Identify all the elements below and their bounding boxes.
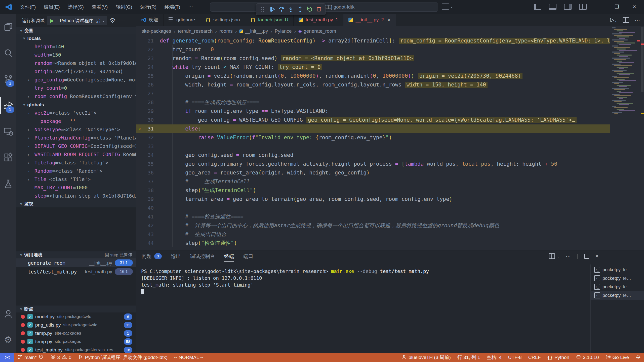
restart-icon[interactable] xyxy=(306,6,313,13)
variable-row[interactable]: ›Random = <class 'Random'> xyxy=(16,167,136,175)
debug-gear-icon[interactable]: ⚙ xyxy=(110,17,115,24)
editor-scrollbar[interactable] xyxy=(641,26,644,250)
breadcrumb-item[interactable]: ◈generate_room xyxy=(298,28,336,34)
sidebar-more-icon[interactable]: ··· xyxy=(118,17,126,24)
status-notifications[interactable] xyxy=(632,353,644,362)
panel-tab-调试控制台[interactable]: 调试控制台 xyxy=(190,250,215,262)
variable-row[interactable]: ›Tile = <class 'Tile'> xyxy=(16,175,136,184)
toggle-sidebar-icon[interactable] xyxy=(534,4,541,10)
menu-item[interactable]: 选择(S) xyxy=(64,3,87,11)
maximize-button[interactable]: ❐ xyxy=(612,4,622,10)
menu-item[interactable]: 运行(R) xyxy=(137,3,160,11)
panel-close-icon[interactable]: × xyxy=(595,253,599,260)
stack-frame[interactable]: test/test_math.pytest_math.py16:1 xyxy=(16,267,136,276)
panel-tab-输出[interactable]: 输出 xyxy=(171,250,181,262)
step-over-icon[interactable] xyxy=(278,6,285,13)
run-python-file-icon[interactable]: ▷⌄ xyxy=(610,17,617,23)
toolbar-gripper[interactable] xyxy=(259,6,266,13)
status-eol[interactable]: CRLF xyxy=(525,353,544,362)
variable-row[interactable]: width = 150 xyxy=(16,51,136,59)
status-branch[interactable]: main* xyxy=(14,353,47,362)
breadcrumb-item[interactable]: rooms xyxy=(219,28,233,34)
close-window-button[interactable]: × xyxy=(629,3,639,10)
breakpoint-row[interactable]: ✓png_utils.pysite-packages\wfc11 xyxy=(16,321,136,329)
status-encoding[interactable]: UTF-8 xyxy=(505,353,525,362)
variable-row[interactable]: ›geo_config = GeoConfig(seed=None, wor… xyxy=(16,76,136,84)
minimize-button[interactable]: ─ xyxy=(594,3,604,10)
tab-.gdignore[interactable]: .gdignore xyxy=(164,14,200,26)
variable-row[interactable]: step = <function step at 0x1bf8d716d… xyxy=(16,192,136,200)
variable-row[interactable]: ›WASTELAND_ROOM_REQUEST_CONFIG = RoomR… xyxy=(16,150,136,159)
tab-launch.json[interactable]: {}launch.jsonU xyxy=(245,14,294,26)
status-debug-config[interactable]: Python 调试程序: 启动文件 (godot-ldtk) xyxy=(75,353,171,362)
panel-tab-终端[interactable]: 终端 xyxy=(224,250,234,262)
watch-section-header[interactable]: ∨监视 xyxy=(16,200,136,207)
breakpoint-row[interactable]: ✓temp.pysite-packages1 xyxy=(16,329,136,337)
variable-row[interactable]: random = <Random object at 0x1bf9d01e… xyxy=(16,59,136,67)
callstack-section-header[interactable]: ∨调用堆栈 因 step 已暂停 xyxy=(16,251,136,258)
status-language[interactable]: {}Python xyxy=(544,353,573,362)
breakpoint-checkbox[interactable]: ✓ xyxy=(27,314,33,319)
panel-tab-问题[interactable]: 问题3 xyxy=(142,250,162,262)
activity-remote-explorer-icon[interactable] xyxy=(0,118,16,145)
variable-row[interactable]: height = 140 xyxy=(16,42,136,51)
editor-more-icon[interactable]: ··· xyxy=(635,17,640,23)
terminal-instance[interactable]: >_pocketpyte… xyxy=(591,283,644,291)
step-into-icon[interactable] xyxy=(288,6,294,13)
menu-item[interactable]: ··· xyxy=(185,3,196,11)
variable-row[interactable]: try_count = 0 xyxy=(16,84,136,92)
panel-tab-端口[interactable]: 端口 xyxy=(243,250,253,262)
remote-indicator[interactable]: >< xyxy=(0,353,14,362)
status-indentation[interactable]: 空格: 4 xyxy=(484,353,505,362)
status-blame[interactable]: blueloveTH (3 周前) xyxy=(398,353,454,362)
status-vim-mode[interactable]: -- NORMAL -- xyxy=(171,353,207,362)
continue-icon[interactable] xyxy=(269,6,275,13)
breadcrumb-item[interactable]: Pylance xyxy=(275,28,292,34)
terminal-instance[interactable]: >_pocketpyte… xyxy=(591,291,644,300)
terminal-output[interactable]: PS C:\computer_science\godot-ldtk\site-p… xyxy=(141,268,586,351)
variable-row[interactable]: ›DEFAULT_GEO_CONFIG = GeoConfig(seed=1… xyxy=(16,142,136,150)
terminal-instance[interactable]: >_pocketpyte… xyxy=(591,265,644,274)
breakpoints-section-header[interactable]: ∨断点 xyxy=(16,305,136,312)
stack-frame[interactable]: generate_room__init__.py31:1 xyxy=(16,258,136,267)
launch-config-select[interactable]: ▶ Python 调试程序: 启 ⌄ xyxy=(47,16,107,25)
breakpoint-row[interactable]: ✓test_math.pysite-packages\terrain_res…1… xyxy=(16,346,136,353)
panel-maximize-icon[interactable] xyxy=(584,254,589,259)
activity-search-icon[interactable] xyxy=(0,40,16,66)
activity-extensions-icon[interactable] xyxy=(0,145,16,171)
activity-settings-gear-icon[interactable]: ⚙ xyxy=(0,327,16,353)
split-editor-icon[interactable] xyxy=(623,17,629,23)
panel-more-icon[interactable]: ··· xyxy=(566,253,571,259)
tab-test_math.py[interactable]: test_math.py1 xyxy=(294,14,343,26)
breakpoint-checkbox[interactable]: ✓ xyxy=(27,347,33,352)
tab-settings.json[interactable]: {}settings.json xyxy=(200,14,245,26)
activity-run-debug-icon[interactable]: 1 xyxy=(0,92,16,118)
breadcrumb-item[interactable]: terrain_research xyxy=(178,28,213,34)
status-problems[interactable]: 30 xyxy=(47,353,75,362)
variables-section-header[interactable]: ∨变量 xyxy=(16,27,136,34)
toggle-panel-icon[interactable] xyxy=(549,4,556,10)
variable-row[interactable]: __package__ = '' xyxy=(16,117,136,125)
activity-explorer-icon[interactable] xyxy=(0,14,16,40)
customize-layout-icon[interactable] xyxy=(579,4,587,10)
variable-row[interactable]: ›NoiseType = <class 'NoiseType'> xyxy=(16,125,136,134)
variable-row[interactable]: ›room_config = RoomRequestConfig(env_t… xyxy=(16,92,136,101)
variable-row[interactable]: ›TileTag = <class 'TileTag'> xyxy=(16,159,136,167)
variables-group-locals[interactable]: ∨locals xyxy=(16,34,136,42)
activity-source-control-icon[interactable]: 3 xyxy=(0,66,16,92)
code-editor[interactable]: 21def generate_room(room_config: RoomReq… xyxy=(136,36,644,250)
layout-switcher-icon[interactable]: ⌄ xyxy=(442,4,453,10)
variable-row[interactable]: ›vec2i = <class 'vec2i'> xyxy=(16,109,136,117)
breadcrumb-item[interactable]: __init__.py xyxy=(239,28,268,34)
breakpoint-checkbox[interactable]: ✓ xyxy=(27,339,33,344)
breakpoint-checkbox[interactable]: ✓ xyxy=(27,331,33,336)
breakpoint-row[interactable]: ✓model.pysite-packages\wfc6 xyxy=(16,312,136,321)
breakpoint-row[interactable]: ✓temp.pysite-packages58 xyxy=(16,337,136,346)
menu-item[interactable]: 终端(T) xyxy=(161,3,184,11)
variable-row[interactable]: MAX_TRY_COUNT = 1000 xyxy=(16,184,136,192)
toggle-secondary-sidebar-icon[interactable] xyxy=(564,4,572,10)
breadcrumb-item[interactable]: site-packages xyxy=(142,28,171,34)
tab-close-icon[interactable]: × xyxy=(387,17,391,23)
menu-item[interactable]: 文件(F) xyxy=(17,3,39,11)
variables-group-globals[interactable]: ∨globals xyxy=(16,101,136,109)
